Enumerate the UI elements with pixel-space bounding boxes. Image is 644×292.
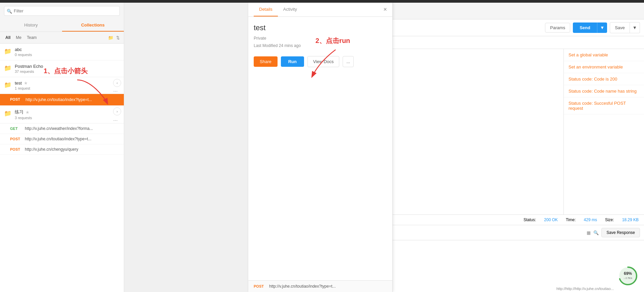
star-icon[interactable]: ★ — [24, 81, 28, 86]
panel-method: POST — [254, 284, 266, 288]
method-badge: GET — [10, 127, 22, 131]
status-value: 200 OK — [544, 217, 558, 222]
filter-team[interactable]: Team — [26, 35, 38, 41]
folder-icon: 📁 — [4, 110, 11, 117]
folder-icon: 📁 — [4, 48, 11, 55]
overlay-panel: Details Activity × test Private Last Mod… — [248, 3, 393, 292]
panel-tab-activity[interactable]: Activity — [278, 3, 302, 16]
collection-sub: 37 requests — [15, 69, 120, 74]
sidebar: 🔍 History Collections All Me Team 📁 ⇅ — [0, 3, 124, 292]
progress-circle: 69% ↓ 2.7K/s — [617, 265, 639, 287]
collection-list: 📁 abc 0 requests 📁 Postman Echo 37 reque… — [0, 44, 124, 292]
snippet-status-name[interactable]: Status code: Code name has string — [564, 85, 644, 97]
collection-name: abc — [15, 47, 120, 52]
snippet-set-env[interactable]: Set an environment variable — [564, 61, 644, 73]
send-button[interactable]: Send — [573, 22, 597, 33]
panel-url: http://v.juhe.cn/toutiao/index?type=t... — [269, 284, 336, 289]
folder-icon: 📁 — [4, 81, 11, 89]
snippet-status-200[interactable]: Status code: Code is 200 — [564, 73, 644, 85]
new-folder-icon[interactable]: 📁 — [108, 35, 113, 40]
panel-actions: Share Run View Docs ... — [254, 56, 387, 67]
panel-tabs: Details Activity — [254, 3, 302, 16]
request-item-get[interactable]: GET http://v.juhe.cn/weather/index?forma… — [0, 124, 124, 134]
request-item-post-1[interactable]: POST http://v.juhe.cn/toutiao/index?type… — [0, 134, 124, 144]
svg-text:↓ 2.7K/s: ↓ 2.7K/s — [624, 277, 632, 279]
search-response-icon[interactable]: 🔍 — [593, 230, 599, 235]
view-docs-button[interactable]: View Docs — [307, 56, 339, 67]
chevron-right-icon[interactable]: › — [113, 107, 121, 115]
run-button[interactable]: Run — [281, 56, 304, 67]
more-button[interactable]: ... — [343, 56, 354, 67]
snippet-status-post[interactable]: Status code: Succesful POST request — [564, 97, 644, 114]
share-button[interactable]: Share — [254, 56, 278, 67]
response-url: http://http://http://v.juhe.cn/toutiao..… — [556, 287, 614, 291]
request-url: http://v.juhe.cn/weather/index?forma... — [25, 126, 93, 131]
panel-request: POST http://v.juhe.cn/toutiao/index?type… — [248, 280, 392, 292]
tab-collections[interactable]: Collections — [62, 19, 124, 32]
tab-history[interactable]: History — [0, 19, 62, 32]
svg-text:69%: 69% — [624, 271, 632, 276]
request-url: http://v.juhe.cn/chengyu/query — [25, 147, 78, 152]
sidebar-search-area: 🔍 — [0, 3, 124, 19]
time-label: Time: — [566, 217, 576, 222]
search-input[interactable] — [4, 6, 120, 16]
panel-body: test Private Last Modified 24 mins ago S… — [248, 17, 392, 280]
collection-sub: 1 request — [15, 86, 104, 90]
right-area: Details Activity × test Private Last Mod… — [124, 3, 644, 292]
panel-header: Details Activity × — [248, 3, 392, 17]
panel-title: test — [254, 23, 387, 32]
collection-name: test — [15, 81, 22, 86]
search-icon: 🔍 — [7, 8, 12, 13]
collection-item-practice[interactable]: 📁 练习 ★ 3 requests — [0, 106, 124, 124]
status-label: Status: — [524, 217, 536, 222]
collection-sub: 3 requests — [15, 116, 104, 120]
more-options-icon-2[interactable]: … — [113, 116, 121, 122]
params-button[interactable]: Params — [545, 23, 570, 33]
chevron-left-icon[interactable]: ‹ — [113, 79, 121, 87]
save-button[interactable]: Save — [610, 22, 630, 33]
save-response-button[interactable]: Save Response — [601, 228, 640, 237]
collection-item-abc[interactable]: 📁 abc 0 requests — [0, 44, 124, 60]
close-icon[interactable]: × — [383, 6, 387, 13]
snippet-set-global[interactable]: Set a global variable — [564, 49, 644, 61]
collection-item-postman-echo[interactable]: 📁 Postman Echo 37 requests — [0, 60, 124, 77]
time-value: 429 ms — [584, 217, 597, 222]
method-badge: POST — [10, 137, 22, 141]
save-dropdown-button[interactable]: ▼ — [630, 22, 640, 33]
filter-all[interactable]: All — [4, 35, 12, 41]
top-bar — [0, 0, 644, 3]
progress-svg: 69% ↓ 2.7K/s — [617, 265, 639, 287]
snippet-panel: Set a global variable Set an environment… — [563, 49, 644, 214]
sidebar-tabs: History Collections — [0, 19, 124, 32]
collection-sub: 0 requests — [15, 53, 120, 57]
more-options-icon[interactable]: … — [113, 87, 121, 93]
active-request-item[interactable]: POST http://v.juhe.cn/toutiao/index?type… — [0, 94, 124, 106]
panel-meta: Private Last Modified 24 mins ago — [254, 35, 387, 49]
size-value: 18.29 KB — [622, 217, 639, 222]
sort-icon[interactable]: ⇅ — [116, 35, 120, 40]
collection-name: 练习 — [15, 109, 23, 115]
filter-me[interactable]: Me — [14, 35, 23, 41]
collection-item-test[interactable]: 📁 test ★ 1 request — [0, 77, 124, 94]
request-url: http://v.juhe.cn/toutiao/index?type=t... — [25, 137, 91, 141]
send-dropdown-button[interactable]: ▼ — [597, 22, 607, 33]
star-icon[interactable]: ★ — [26, 110, 30, 115]
panel-tab-details[interactable]: Details — [254, 3, 278, 16]
collection-name: Postman Echo — [15, 64, 120, 69]
request-item-post-2[interactable]: POST http://v.juhe.cn/chengyu/query — [0, 144, 124, 155]
copy-icon[interactable]: ▦ — [587, 230, 591, 235]
folder-icon: 📁 — [4, 64, 11, 72]
filter-bar: All Me Team 📁 ⇅ — [0, 32, 124, 44]
size-label: Size: — [605, 217, 614, 222]
method-badge: POST — [10, 147, 22, 151]
